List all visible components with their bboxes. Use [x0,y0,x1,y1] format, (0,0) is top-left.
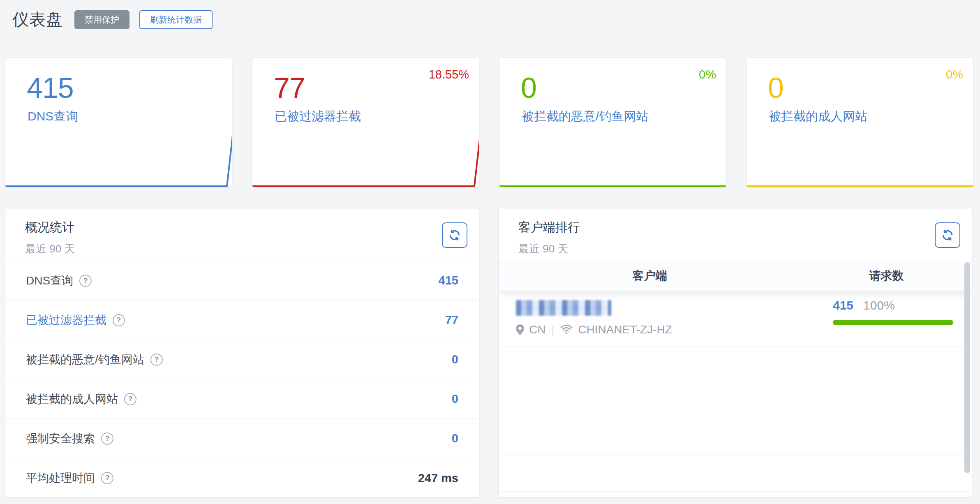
stat-row-dns-queries: DNS查询 ? 415 [5,261,479,301]
clients-table-header: 客户端 请求数 [499,261,972,291]
card-percent: 0% [699,68,716,81]
refresh-statistics-button[interactable]: 刷新统计数据 [139,10,213,29]
requests-count[interactable]: 415 [833,298,853,312]
requests-progress-bar [833,320,953,325]
dashboard-page: 仪表盘 禁用保护 刷新统计数据 415 DNS查询 77 18.55% 已被过滤… [0,0,980,504]
client-network: CHINANET-ZJ-HZ [578,323,672,336]
stat-row-blocked-malware: 被拦截的恶意/钓鱼网站 ? 0 [5,340,479,379]
empty-table-row [499,492,972,497]
stat-row-safe-search: 强制安全搜索 ? 0 [5,419,479,458]
empty-table-row [499,383,972,419]
stat-label: 平均处理时间 [26,470,95,486]
card-percent: 18.55% [429,68,469,81]
location-pin-icon [516,324,524,335]
stat-row-avg-processing-time: 平均处理时间 ? 247 ms [5,458,479,497]
requests-cell: 415 100% [801,291,972,347]
panel-header: 客户端排行 最近 90 天 [499,208,972,261]
stat-label: 强制安全搜索 [26,431,95,446]
page-header: 仪表盘 禁用保护 刷新统计数据 [12,8,213,31]
panel-title: 概况统计 [25,219,479,236]
client-name-redacted[interactable] [516,300,611,316]
client-cell: CN | CHINANET-ZJ-HZ [499,291,801,347]
stat-cards-row: 415 DNS查询 77 18.55% 已被过滤器拦截 0 0% 被拦截的恶意/… [5,58,973,187]
page-title: 仪表盘 [12,8,63,31]
card-value: 0 [768,74,784,102]
refresh-button[interactable] [935,222,960,248]
empty-table-row [499,419,972,455]
column-header-requests[interactable]: 请求数 [801,261,972,291]
empty-cell [499,383,801,419]
card-value: 0 [521,74,536,102]
empty-cell [499,492,801,497]
table-scrollbar[interactable] [964,262,970,473]
empty-cell [499,347,801,383]
help-icon[interactable]: ? [150,354,163,366]
help-icon[interactable]: ? [101,472,113,484]
card-blocked-by-filters: 77 18.55% 已被过滤器拦截 [252,58,479,187]
panel-subtitle: 最近 90 天 [25,242,479,256]
card-dns-queries: 415 DNS查询 [5,58,232,187]
stat-value[interactable]: 415 [439,274,458,287]
stat-row-blocked-by-filters: 已被过滤器拦截 ? 77 [5,301,479,340]
requests-line: 415 100% [833,298,953,312]
panel-title: 客户端排行 [518,219,972,236]
stat-value: 247 ms [418,472,458,485]
client-meta: CN | CHINANET-ZJ-HZ [516,323,801,336]
help-icon[interactable]: ? [79,275,92,287]
stat-label: DNS查询 [26,273,73,289]
panel-header: 概况统计 最近 90 天 [5,208,479,261]
disable-protection-button[interactable]: 禁用保护 [74,10,129,29]
stat-value[interactable]: 0 [452,432,458,445]
stat-label[interactable]: 已被过滤器拦截 [26,312,106,328]
stat-row-blocked-adult: 被拦截的成人网站 ? 0 [5,379,479,419]
general-statistics-panel: 概况统计 最近 90 天 DNS查询 ? 415 已被过滤器拦截 ? 77 被拦… [5,208,479,497]
client-table-row: CN | CHINANET-ZJ-HZ 415 100% [499,291,972,347]
card-label[interactable]: 已被过滤器拦截 [275,108,361,125]
card-value: 415 [27,74,74,102]
stat-label: 被拦截的恶意/钓鱼网站 [26,352,144,368]
refresh-icon [941,229,954,241]
card-value: 77 [274,74,305,102]
help-icon[interactable]: ? [113,314,125,326]
card-blocked-malware: 0 0% 被拦截的恶意/钓鱼网站 [499,58,726,187]
requests-percent: 100% [863,298,895,312]
stat-label: 被拦截的成人网站 [26,391,118,407]
card-label[interactable]: 被拦截的成人网站 [769,108,867,125]
empty-cell [499,455,801,491]
card-label[interactable]: DNS查询 [28,108,78,125]
empty-table-row [499,347,972,383]
card-percent: 0% [946,68,963,81]
card-blocked-adult: 0 0% 被拦截的成人网站 [746,58,973,187]
panel-subtitle: 最近 90 天 [518,242,972,256]
help-icon[interactable]: ? [124,393,136,405]
stat-value[interactable]: 0 [452,392,458,406]
card-label[interactable]: 被拦截的恶意/钓鱼网站 [522,108,648,125]
stat-value[interactable]: 77 [445,313,458,327]
help-icon[interactable]: ? [101,432,113,445]
wifi-icon [560,325,573,335]
top-clients-panel: 客户端排行 最近 90 天 客户端 请求数 [498,208,972,497]
refresh-button[interactable] [442,222,467,248]
meta-separator: | [550,324,555,336]
refresh-icon [448,229,461,241]
empty-table-row [499,455,972,492]
stat-value[interactable]: 0 [452,353,458,366]
empty-cell [499,419,801,455]
client-country: CN [529,323,545,336]
column-header-client[interactable]: 客户端 [499,261,801,291]
